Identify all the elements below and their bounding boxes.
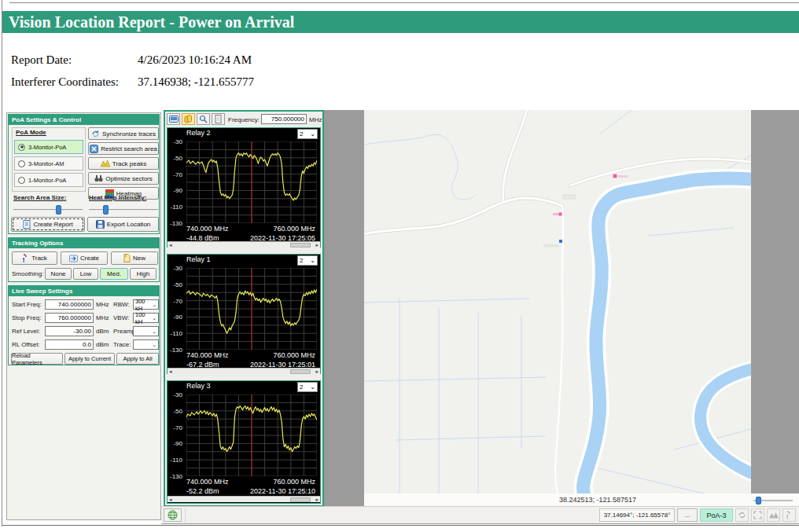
relay-channel-select[interactable]: 2⌄ — [297, 129, 318, 139]
map-marker-blue-icon — [559, 240, 562, 243]
roads — [364, 110, 751, 493]
globe-button[interactable] — [164, 508, 182, 522]
slider-thumb[interactable] — [103, 205, 109, 215]
stop-freq-label: Stop Freq: — [12, 314, 41, 321]
scrollbar-thumb[interactable] — [290, 497, 311, 502]
optimize-sectors-button[interactable]: Optimize sectors — [88, 172, 159, 185]
synchronize-traces-button[interactable]: Synchronize traces — [88, 127, 159, 140]
slider-thumb[interactable] — [756, 497, 761, 504]
smoothing-high-button[interactable]: High — [130, 268, 156, 280]
scroll-right-icon[interactable]: ▸ — [315, 496, 318, 503]
radio-3-monitor-am[interactable]: 3-Monitor-AM — [14, 156, 83, 171]
chevron-down-icon: ⌄ — [152, 342, 156, 348]
scroll-left-icon[interactable]: ◂ — [169, 241, 172, 248]
vbw-select[interactable]: 100 kH⌄ — [133, 313, 159, 323]
horizontal-scrollbar[interactable]: ◂▸ — [168, 368, 320, 374]
poa-mode-chip: PoA-3 — [700, 508, 733, 522]
divider-strip-left — [324, 110, 364, 506]
rbw-select[interactable]: 300 kH⌄ — [133, 299, 159, 310]
radio-3-monitor-poa[interactable]: 3-Monitor-PoA — [14, 140, 83, 154]
zoom-tool-button[interactable] — [197, 113, 210, 125]
new-page-icon — [123, 254, 131, 262]
sync-icon — [738, 511, 746, 519]
more-button[interactable]: ... — [677, 508, 698, 522]
relay-1-chart-block: Relay 1 2⌄ -30-50-70-90-110-130 740.000 … — [167, 254, 321, 374]
search-area-size-slider[interactable] — [13, 209, 83, 211]
preamp-select[interactable]: ⌄ — [133, 326, 159, 336]
restrict-search-area-button[interactable]: Restrict search area — [88, 142, 159, 155]
smoothing-med-button[interactable]: Med. — [100, 268, 128, 280]
trace-select[interactable]: ⌄ — [133, 339, 159, 350]
map-zoom-slider[interactable] — [753, 500, 793, 501]
reload-parameters-button[interactable]: Reload Parameters — [11, 353, 63, 365]
track-peaks-status-button[interactable] — [767, 508, 780, 522]
stop-freq-input[interactable]: 760.000000 — [45, 313, 94, 323]
spectrum-plot[interactable] — [186, 141, 317, 223]
track-button[interactable]: Track — [12, 251, 57, 265]
chevron-down-icon: ⌄ — [310, 130, 315, 138]
binoculars-icon — [94, 174, 103, 182]
x-end-label: 760.000 MHz — [273, 225, 315, 233]
scrollbar-thumb[interactable] — [290, 243, 311, 248]
radio-label: 3-Monitor-PoA — [28, 144, 66, 151]
button-label: Export Location — [107, 221, 151, 228]
create-report-button[interactable]: Create Report — [11, 217, 85, 232]
map[interactable] — [364, 110, 751, 493]
expand-icon — [753, 511, 762, 519]
report-page-button[interactable] — [212, 113, 225, 125]
spectrum-plot[interactable] — [186, 394, 317, 476]
frequency-input[interactable]: 750.000000 — [261, 114, 307, 124]
x-start-label: 740.000 MHz — [186, 225, 229, 233]
smoothing-none-button[interactable]: None — [45, 268, 72, 280]
scroll-left-icon[interactable]: ◂ — [169, 496, 172, 503]
new-button[interactable]: New — [111, 251, 158, 265]
spectrum-plot[interactable] — [186, 268, 317, 350]
relay-channel-select[interactable]: 2⌄ — [297, 382, 318, 392]
scroll-right-icon[interactable]: ▸ — [315, 368, 318, 375]
report-icon — [23, 220, 31, 229]
x-start-label: 740.000 MHz — [186, 478, 229, 486]
poa-mode-groupbox: PoA Mode 3-Monitor-PoA 3-Monitor-AM 1-Mo… — [12, 127, 86, 192]
track-status-button[interactable] — [782, 508, 796, 522]
chevron-down-icon: ⌄ — [152, 328, 156, 335]
peaks-icon — [769, 512, 779, 519]
apply-to-all-button[interactable]: Apply to All — [116, 353, 159, 365]
scroll-right-icon[interactable]: ▸ — [315, 241, 318, 248]
scroll-left-icon[interactable]: ◂ — [169, 368, 172, 375]
ref-level-unit: dBm — [96, 328, 109, 335]
stop-freq-unit: MHz — [96, 314, 109, 321]
cube-view-button[interactable] — [182, 113, 195, 125]
peaks-icon — [101, 160, 110, 167]
smoothing-low-button[interactable]: Low — [73, 268, 98, 280]
relay-channel-select[interactable]: 2⌄ — [297, 255, 318, 266]
radio-dot-icon — [18, 144, 25, 151]
rl-offset-input[interactable]: 0.0 — [45, 339, 94, 350]
window-border-left — [2, 0, 2, 526]
apply-to-current-button[interactable]: Apply to Current — [64, 353, 115, 365]
sync-status-button[interactable] — [735, 508, 749, 522]
cube-icon — [184, 115, 193, 123]
start-freq-input[interactable]: 740.000000 — [45, 299, 94, 310]
button-label: Med. — [107, 270, 121, 277]
horizontal-scrollbar[interactable]: ◂▸ — [168, 496, 320, 502]
heat-map-intensity-slider[interactable] — [89, 209, 158, 211]
page-title: Vision Location Report - Power on Arriva… — [2, 11, 799, 33]
rl-offset-unit: dBm — [96, 341, 109, 348]
tracking-options-header: Tracking Options — [9, 238, 159, 248]
monitor-icon — [169, 116, 179, 123]
vision-location-report-window: Vision Location Report - Power on Arriva… — [0, 0, 799, 532]
smoothing-label: Smoothing: — [12, 270, 43, 277]
slider-thumb[interactable] — [56, 205, 61, 215]
button-label: Create Report — [33, 221, 72, 228]
scrollbar-thumb[interactable] — [290, 369, 311, 374]
ref-level-input[interactable]: -30.00 — [45, 326, 94, 336]
fit-area-button[interactable] — [751, 508, 764, 522]
radio-1-monitor-poa[interactable]: 1-Monitor-PoA — [14, 173, 83, 187]
button-label: Reload Parameters — [12, 352, 62, 366]
horizontal-scrollbar[interactable]: ◂▸ — [168, 241, 320, 248]
monitor-view-button[interactable] — [167, 113, 180, 125]
status-coordinates-field: 37.14694°; -121.65578° — [599, 508, 675, 522]
export-location-button[interactable]: Export Location — [87, 217, 159, 232]
track-peaks-button[interactable]: Track peaks — [88, 157, 159, 170]
create-button[interactable]: Create — [61, 251, 108, 265]
